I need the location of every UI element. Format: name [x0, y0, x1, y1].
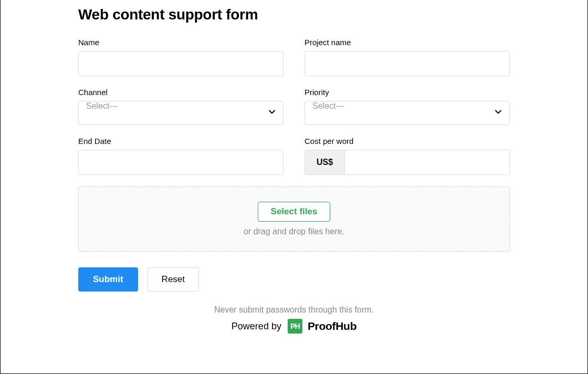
channel-select[interactable]: Select---	[78, 101, 284, 125]
submit-button[interactable]: Submit	[78, 267, 138, 292]
priority-select[interactable]: Select---	[304, 101, 510, 125]
brand-logo-icon: PH	[288, 319, 302, 334]
page-title: Web content support form	[78, 6, 510, 23]
powered-by-text: Powered by	[232, 321, 281, 332]
brand-name: ProofHub	[308, 320, 356, 333]
currency-prefix: US$	[305, 150, 345, 174]
cost-per-word-input[interactable]	[345, 150, 509, 174]
end-date-label: End Date	[78, 137, 284, 146]
project-name-label: Project name	[304, 38, 510, 47]
end-date-input[interactable]	[78, 150, 284, 175]
cost-per-word-group: US$	[304, 150, 510, 175]
file-dropzone[interactable]: Select files or drag and drop files here…	[78, 186, 510, 252]
name-input[interactable]	[78, 51, 284, 76]
priority-label: Priority	[304, 88, 510, 97]
channel-label: Channel	[78, 88, 284, 97]
name-label: Name	[78, 38, 284, 47]
project-name-input[interactable]	[304, 51, 510, 76]
disclaimer-text: Never submit passwords through this form…	[78, 305, 510, 315]
select-files-button[interactable]: Select files	[258, 202, 331, 222]
dropzone-hint: or drag and drop files here.	[79, 227, 509, 236]
cost-per-word-label: Cost per word	[304, 137, 510, 146]
reset-button[interactable]: Reset	[148, 267, 199, 292]
brand: PH ProofHub	[288, 319, 356, 334]
